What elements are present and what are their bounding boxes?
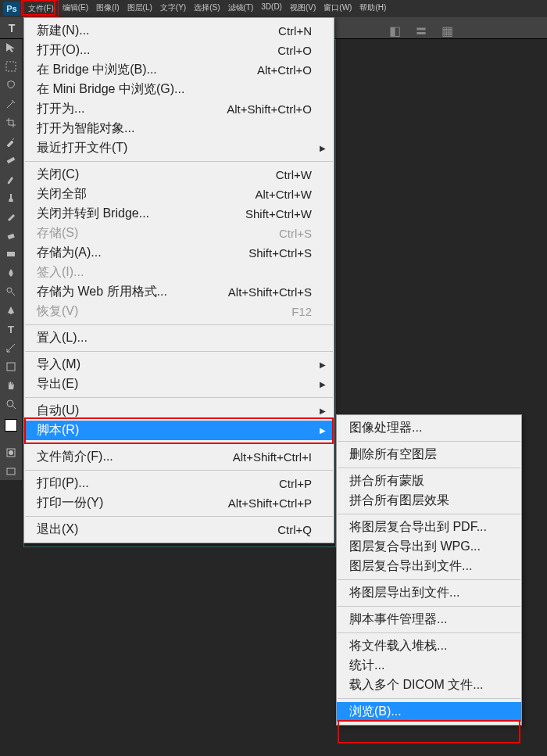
menubar-item-9[interactable]: 窗口(W) xyxy=(320,0,356,17)
scripts-submenu-item-7[interactable]: 将图层复合导出到 PDF... xyxy=(337,518,521,537)
menu-item-label: 关闭并转到 Bridge... xyxy=(37,206,245,222)
blur-tool-icon[interactable] xyxy=(2,266,20,280)
scripts-submenu-separator xyxy=(338,632,520,633)
scripts-submenu-item-11[interactable]: 将图层导出到文件... xyxy=(337,583,521,603)
menubar-item-2[interactable]: 图像(I) xyxy=(92,0,123,17)
svg-rect-9 xyxy=(7,468,15,475)
pen-tool-icon[interactable] xyxy=(2,303,20,317)
svg-rect-2 xyxy=(8,234,15,239)
scripts-submenu-item-8[interactable]: 图层复合导出到 WPG... xyxy=(337,537,521,557)
wand-tool-icon[interactable] xyxy=(2,97,20,111)
dodge-tool-icon[interactable] xyxy=(2,285,20,299)
file-menu-item-4[interactable]: 打开为...Alt+Shift+Ctrl+O xyxy=(24,99,334,119)
menu-item-label: 将图层复合导出到 PDF... xyxy=(349,519,499,536)
file-menu-item-22[interactable]: 自动(U) xyxy=(24,401,334,421)
scripts-submenu-separator xyxy=(338,441,520,442)
file-menu-item-5[interactable]: 打开为智能对象... xyxy=(24,119,334,138)
file-menu-item-6[interactable]: 最近打开文件(T) xyxy=(24,138,334,158)
type-tool-indicator: T xyxy=(5,21,19,35)
scripts-submenu-separator xyxy=(338,579,520,580)
file-menu-item-14[interactable]: 存储为 Web 所用格式...Alt+Shift+Ctrl+S xyxy=(24,282,334,302)
menu-item-label: 在 Bridge 中浏览(B)... xyxy=(37,62,257,78)
file-menu-item-3[interactable]: 在 Mini Bridge 中浏览(G)... xyxy=(24,80,334,99)
scripts-submenu-item-17[interactable]: 载入多个 DICOM 文件... xyxy=(337,675,521,695)
lasso-tool-icon[interactable] xyxy=(2,78,20,92)
menubar-item-10[interactable]: 帮助(H) xyxy=(356,0,390,17)
gradient-tool-icon[interactable] xyxy=(2,247,20,261)
file-menu-item-19[interactable]: 导入(M) xyxy=(24,355,334,374)
file-menu-separator xyxy=(25,397,333,398)
file-menu-separator xyxy=(25,351,333,352)
svg-point-8 xyxy=(9,450,13,455)
shape-tool-icon[interactable] xyxy=(2,360,20,374)
file-menu-item-12[interactable]: 存储为(A)...Shift+Ctrl+S xyxy=(24,243,334,263)
menubar-item-7[interactable]: 3D(D) xyxy=(257,0,286,17)
file-menu-item-10[interactable]: 关闭并转到 Bridge...Shift+Ctrl+W xyxy=(24,204,334,224)
file-menu-item-15: 恢复(V)F12 xyxy=(24,302,334,321)
brush-tool-icon[interactable] xyxy=(2,172,20,186)
scripts-submenu-item-0[interactable]: 图像处理器... xyxy=(337,418,521,438)
menu-item-label: 图层复合导出到文件... xyxy=(349,558,499,575)
hand-tool-icon[interactable] xyxy=(2,378,20,392)
menu-item-label: 脚本事件管理器... xyxy=(349,611,499,628)
panel-icon-2[interactable]: 〓 xyxy=(415,23,427,40)
menubar-item-5[interactable]: 选择(S) xyxy=(190,0,223,17)
menu-item-shortcut: Ctrl+O xyxy=(277,44,312,57)
history-brush-icon[interactable] xyxy=(2,210,20,224)
scripts-submenu-item-9[interactable]: 图层复合导出到文件... xyxy=(337,557,521,576)
menu-item-label: 浏览(B)... xyxy=(349,704,499,720)
eyedropper-tool-icon[interactable] xyxy=(2,134,20,149)
eraser-tool-icon[interactable] xyxy=(2,228,20,242)
scripts-submenu-item-5[interactable]: 拼合所有图层效果 xyxy=(337,491,521,511)
file-menu-item-0[interactable]: 新建(N)...Ctrl+N xyxy=(24,21,334,41)
file-menu-separator xyxy=(25,161,333,162)
menubar-item-6[interactable]: 滤镜(T) xyxy=(224,0,258,17)
heal-tool-icon[interactable] xyxy=(2,153,20,167)
screenmode-icon[interactable] xyxy=(2,464,20,478)
zoom-tool-icon[interactable] xyxy=(2,397,20,411)
svg-point-6 xyxy=(7,400,13,407)
file-menu-item-25[interactable]: 文件简介(F)...Alt+Shift+Ctrl+I xyxy=(24,447,334,467)
menu-item-shortcut: F12 xyxy=(291,305,312,318)
panel-icon-1[interactable]: ◧ xyxy=(389,23,401,40)
file-menu-item-27[interactable]: 打印(P)...Ctrl+P xyxy=(24,474,334,493)
file-menu-item-23[interactable]: 脚本(R) xyxy=(24,421,334,440)
menubar-item-8[interactable]: 视图(V) xyxy=(286,0,320,17)
crop-tool-icon[interactable] xyxy=(2,116,20,130)
menu-item-label: 最近打开文件(T) xyxy=(37,140,312,156)
menu-item-label: 退出(X) xyxy=(37,521,277,538)
move-tool-icon[interactable] xyxy=(2,41,20,55)
file-menu-item-30[interactable]: 退出(X)Ctrl+Q xyxy=(24,520,334,539)
scripts-submenu-separator xyxy=(338,606,520,607)
menubar-item-0[interactable]: 文件(F) xyxy=(23,0,59,17)
scripts-submenu-item-19[interactable]: 浏览(B)... xyxy=(337,702,521,722)
stamp-tool-icon[interactable] xyxy=(2,191,20,205)
color-swatch[interactable] xyxy=(5,419,17,432)
menubar-item-4[interactable]: 文字(Y) xyxy=(156,0,190,17)
menu-item-label: 导入(M) xyxy=(37,357,312,373)
menu-item-label: 恢复(V) xyxy=(37,303,291,320)
file-menu-item-2[interactable]: 在 Bridge 中浏览(B)...Alt+Ctrl+O xyxy=(24,60,334,80)
file-menu-item-20[interactable]: 导出(E) xyxy=(24,374,334,394)
file-menu-item-13: 签入(I)... xyxy=(24,263,334,282)
scripts-submenu-item-16[interactable]: 统计... xyxy=(337,656,521,675)
type-tool-icon[interactable]: T xyxy=(2,322,20,336)
file-menu-item-28[interactable]: 打印一份(Y)Alt+Shift+Ctrl+P xyxy=(24,493,334,513)
file-menu-item-8[interactable]: 关闭(C)Ctrl+W xyxy=(24,165,334,185)
marquee-tool-icon[interactable] xyxy=(2,59,20,73)
file-menu-item-1[interactable]: 打开(O)...Ctrl+O xyxy=(24,41,334,60)
menu-item-shortcut: Shift+Ctrl+S xyxy=(248,246,312,260)
path-tool-icon[interactable] xyxy=(2,341,20,355)
menubar-item-3[interactable]: 图层(L) xyxy=(123,0,156,17)
scripts-submenu-item-4[interactable]: 拼合所有蒙版 xyxy=(337,471,521,491)
panel-icon-3[interactable]: ▦ xyxy=(442,23,453,40)
file-menu: 新建(N)...Ctrl+N打开(O)...Ctrl+O在 Bridge 中浏览… xyxy=(23,17,334,543)
quickmask-icon[interactable] xyxy=(2,446,20,460)
file-menu-item-9[interactable]: 关闭全部Alt+Ctrl+W xyxy=(24,185,334,204)
file-menu-item-17[interactable]: 置入(L)... xyxy=(24,328,334,348)
scripts-submenu-item-2[interactable]: 删除所有空图层 xyxy=(337,445,521,464)
menu-item-label: 将文件载入堆栈... xyxy=(349,638,499,654)
scripts-submenu-item-13[interactable]: 脚本事件管理器... xyxy=(337,610,521,629)
scripts-submenu-item-15[interactable]: 将文件载入堆栈... xyxy=(337,636,521,656)
menubar-item-1[interactable]: 编辑(E) xyxy=(59,0,92,17)
